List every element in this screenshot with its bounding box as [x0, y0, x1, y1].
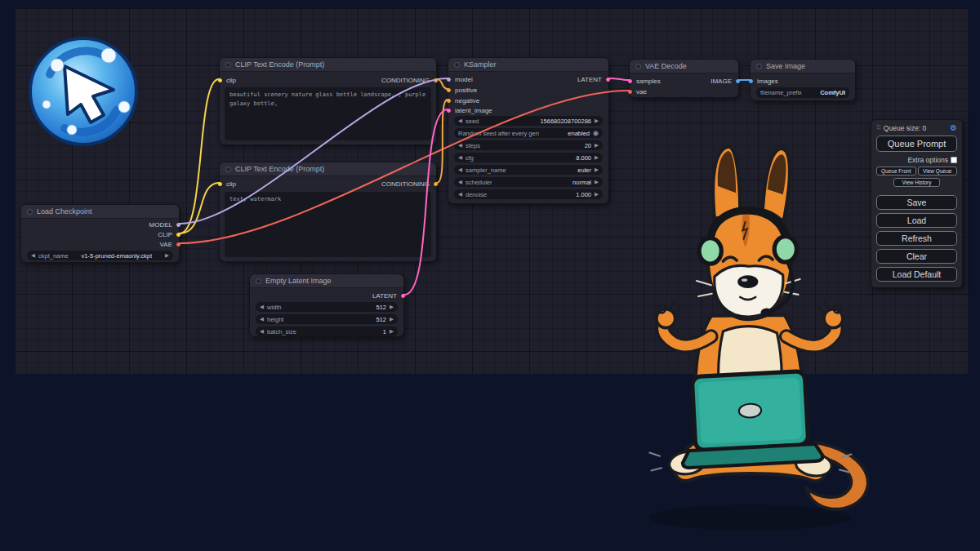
- decrement-icon[interactable]: ◀: [458, 143, 462, 149]
- port-dot-latent[interactable]: [446, 108, 452, 113]
- drag-handle-icon[interactable]: ⠿: [876, 124, 881, 131]
- save-button[interactable]: Save: [876, 195, 957, 210]
- clear-button[interactable]: Clear: [876, 249, 957, 264]
- sampler-name-widget[interactable]: ◀ sampler_name euler ▶: [454, 165, 603, 175]
- port-dot-latent[interactable]: [400, 293, 406, 299]
- input-port-samples[interactable]: samples: [627, 76, 661, 86]
- output-port-model[interactable]: MODEL: [149, 220, 181, 229]
- node-ksampler[interactable]: KSampler model positive negative latent_…: [448, 57, 609, 204]
- collapse-dot-icon[interactable]: [27, 209, 33, 215]
- port-dot-conditioning[interactable]: [446, 87, 452, 93]
- refresh-button[interactable]: Refresh: [876, 231, 957, 246]
- increment-icon[interactable]: ▶: [595, 192, 599, 198]
- increment-icon[interactable]: ▶: [390, 329, 394, 335]
- port-dot-vae[interactable]: [627, 89, 633, 95]
- denoise-widget[interactable]: ◀ denoise 1.000 ▶: [454, 189, 603, 199]
- input-port-model[interactable]: model: [446, 74, 473, 84]
- decrement-icon[interactable]: ◀: [31, 253, 35, 259]
- input-port-latent-image[interactable]: latent_image: [446, 105, 492, 115]
- width-widget[interactable]: ◀ width 512 ▶: [256, 302, 398, 312]
- node-vae-decode[interactable]: VAE Decode samples vae IMAGE: [629, 59, 739, 98]
- increment-icon[interactable]: ▶: [595, 143, 599, 149]
- output-port-conditioning[interactable]: CONDITIONING: [381, 179, 439, 189]
- node-header[interactable]: Save Image: [751, 60, 855, 73]
- decrement-icon[interactable]: ◀: [458, 118, 462, 124]
- settings-gear-icon[interactable]: ⚙: [950, 123, 957, 132]
- node-header[interactable]: VAE Decode: [630, 60, 738, 73]
- port-dot-clip[interactable]: [217, 181, 223, 187]
- view-history-button[interactable]: View History: [893, 178, 940, 187]
- port-dot-image[interactable]: [748, 78, 754, 84]
- input-port-positive[interactable]: positive: [446, 85, 477, 95]
- extra-options-checkbox[interactable]: [951, 157, 957, 163]
- collapse-dot-icon[interactable]: [256, 278, 261, 284]
- increment-icon[interactable]: ▶: [595, 167, 599, 173]
- toggle-indicator[interactable]: [593, 131, 599, 136]
- port-dot-conditioning[interactable]: [433, 181, 439, 187]
- port-dot-clip[interactable]: [217, 78, 223, 83]
- steps-widget[interactable]: ◀ steps 20 ▶: [454, 140, 603, 150]
- decrement-icon[interactable]: ◀: [458, 155, 462, 161]
- collapse-dot-icon[interactable]: [225, 62, 231, 68]
- seed-widget[interactable]: ◀ seed 156680208700286 ▶: [454, 116, 603, 126]
- scheduler-widget[interactable]: ◀ scheduler normal ▶: [454, 177, 603, 187]
- node-header[interactable]: Load Checkpoint: [21, 205, 179, 219]
- batch-size-widget[interactable]: ◀ batch_size 1 ▶: [256, 327, 398, 336]
- port-dot-latent[interactable]: [627, 78, 633, 84]
- increment-icon[interactable]: ▶: [390, 317, 394, 322]
- negative-prompt-textarea[interactable]: text, watermark: [225, 192, 431, 257]
- input-port-clip[interactable]: clip: [217, 75, 236, 85]
- decrement-icon[interactable]: ◀: [260, 304, 264, 310]
- load-default-button[interactable]: Load Default: [876, 267, 957, 282]
- port-dot-image[interactable]: [735, 78, 741, 84]
- node-empty-latent-image[interactable]: Empty Latent Image LATENT ◀ width 512 ▶ …: [249, 273, 404, 337]
- output-port-image[interactable]: IMAGE: [710, 76, 741, 86]
- decrement-icon[interactable]: ◀: [260, 329, 264, 335]
- port-dot-model[interactable]: [176, 222, 181, 228]
- decrement-icon[interactable]: ◀: [458, 167, 462, 173]
- node-clip-text-encode-negative[interactable]: CLIP Text Encode (Prompt) clip CONDITION…: [219, 162, 437, 262]
- output-port-conditioning[interactable]: CONDITIONING: [381, 75, 439, 85]
- input-port-clip[interactable]: clip: [217, 179, 236, 189]
- load-button[interactable]: Load: [876, 213, 957, 228]
- queue-prompt-button[interactable]: Queue Prompt: [876, 136, 957, 152]
- port-dot-conditioning[interactable]: [446, 98, 452, 104]
- output-port-latent[interactable]: LATENT: [372, 291, 406, 300]
- increment-icon[interactable]: ▶: [595, 155, 599, 161]
- collapse-dot-icon[interactable]: [635, 64, 641, 69]
- output-port-latent[interactable]: LATENT: [577, 74, 611, 84]
- node-load-checkpoint[interactable]: Load Checkpoint MODEL CLIP VAE ◀ ckpt_na…: [20, 204, 180, 263]
- port-dot-model[interactable]: [446, 77, 452, 82]
- positive-prompt-textarea[interactable]: beautiful scenery nature glass bottle la…: [225, 87, 431, 140]
- filename-prefix-widget[interactable]: filename_prefix ComfyUI: [756, 87, 849, 98]
- cfg-widget[interactable]: ◀ cfg 8.000 ▶: [454, 153, 603, 162]
- node-clip-text-encode-positive[interactable]: CLIP Text Encode (Prompt) clip CONDITION…: [219, 57, 437, 145]
- port-dot-clip[interactable]: [176, 232, 181, 238]
- queue-front-button[interactable]: Queue Front: [876, 167, 916, 176]
- increment-icon[interactable]: ▶: [595, 180, 599, 185]
- collapse-dot-icon[interactable]: [225, 167, 231, 172]
- port-dot-latent[interactable]: [605, 77, 611, 82]
- node-header[interactable]: CLIP Text Encode (Prompt): [220, 162, 436, 176]
- collapse-dot-icon[interactable]: [454, 62, 460, 68]
- view-queue-button[interactable]: View Queue: [918, 167, 958, 176]
- increment-icon[interactable]: ▶: [165, 253, 169, 259]
- height-widget[interactable]: ◀ height 512 ▶: [256, 314, 398, 324]
- increment-icon[interactable]: ▶: [390, 304, 394, 310]
- ckpt-name-widget[interactable]: ◀ ckpt_name v1-5-pruned-emaonly.ckpt ▶: [27, 251, 173, 260]
- node-header[interactable]: KSampler: [448, 58, 608, 72]
- input-port-negative[interactable]: negative: [446, 96, 479, 105]
- port-dot-conditioning[interactable]: [433, 78, 439, 83]
- port-dot-vae[interactable]: [176, 242, 181, 247]
- decrement-icon[interactable]: ◀: [260, 317, 264, 322]
- collapse-dot-icon[interactable]: [756, 64, 762, 69]
- input-port-vae[interactable]: vae: [627, 87, 647, 96]
- node-header[interactable]: CLIP Text Encode (Prompt): [220, 58, 436, 72]
- input-port-images[interactable]: images: [748, 76, 778, 86]
- output-port-vae[interactable]: VAE: [160, 239, 181, 249]
- decrement-icon[interactable]: ◀: [458, 180, 462, 185]
- output-port-clip[interactable]: CLIP: [158, 229, 181, 239]
- decrement-icon[interactable]: ◀: [458, 192, 462, 198]
- node-header[interactable]: Empty Latent Image: [250, 274, 403, 288]
- node-save-image[interactable]: Save Image images filename_prefix ComfyU…: [750, 59, 856, 101]
